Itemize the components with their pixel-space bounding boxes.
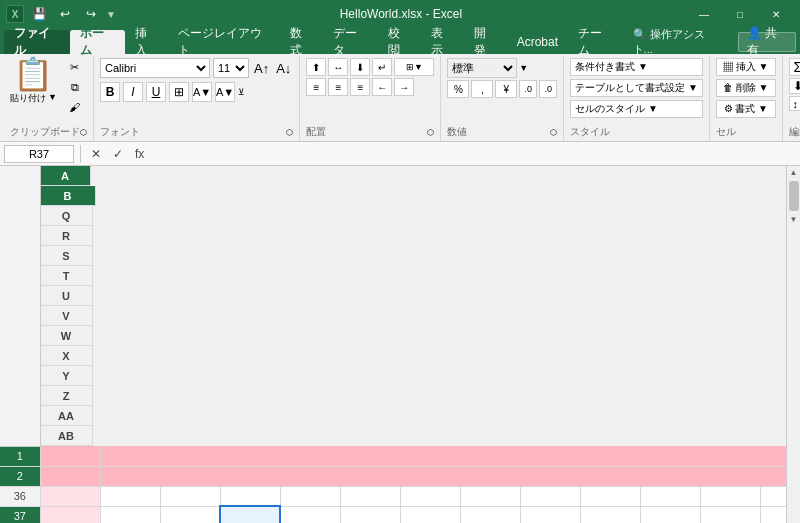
cell-Y36[interactable] — [640, 486, 700, 506]
sum-button[interactable]: Σ▼ — [789, 58, 801, 76]
cell-S37[interactable] — [280, 506, 340, 523]
number-format-select[interactable]: 標準 — [447, 58, 517, 78]
cell-W36[interactable] — [520, 486, 580, 506]
copy-button[interactable]: ⧉ — [63, 78, 87, 96]
tab-insert[interactable]: 挿入 — [125, 30, 168, 54]
decimal-dec-button[interactable]: .0 — [539, 80, 557, 98]
indent-inc-button[interactable]: → — [394, 78, 414, 96]
table-format-button[interactable]: テーブルとして書式設定 ▼ — [570, 79, 703, 97]
indent-dec-button[interactable]: ← — [372, 78, 392, 96]
cell-B36[interactable] — [100, 486, 160, 506]
cell-R36[interactable] — [220, 486, 280, 506]
maximize-button[interactable]: □ — [722, 0, 758, 28]
align-top-button[interactable]: ⬆ — [306, 58, 326, 76]
tab-team[interactable]: チーム — [568, 30, 623, 54]
cell-W37[interactable] — [520, 506, 580, 523]
scroll-up-button[interactable]: ▲ — [788, 166, 800, 179]
align-expand[interactable]: ⬡ — [427, 128, 434, 137]
cell-Q36[interactable] — [160, 486, 220, 506]
tab-view[interactable]: 表示 — [421, 30, 464, 54]
cell-A37[interactable] — [40, 506, 100, 523]
col-header-X[interactable]: X — [41, 346, 93, 366]
font-name-select[interactable]: Calibri — [100, 58, 210, 78]
cell-A1[interactable] — [40, 446, 100, 466]
fill-color-button[interactable]: A▼ — [192, 82, 212, 102]
confirm-button[interactable]: ✓ — [109, 147, 127, 161]
cut-button[interactable]: ✂ — [63, 58, 87, 76]
formula-input[interactable] — [152, 145, 796, 163]
undo-button[interactable]: ↩ — [54, 3, 76, 25]
merge-button[interactable]: ⊞▼ — [394, 58, 434, 76]
col-header-AB[interactable]: AB — [41, 426, 93, 446]
col-header-S[interactable]: S — [41, 246, 93, 266]
cell-X37[interactable] — [580, 506, 640, 523]
close-button[interactable]: ✕ — [758, 0, 794, 28]
font-color-button[interactable]: A▼ — [215, 82, 235, 102]
paste-dropdown[interactable]: ▼ — [48, 92, 57, 105]
share-button[interactable]: 👤 共有 — [738, 32, 796, 52]
cell-S36[interactable] — [280, 486, 340, 506]
cell-B1-merged[interactable] — [100, 446, 786, 466]
row-header-1[interactable]: 1 — [0, 446, 40, 466]
cell-Z37[interactable] — [700, 506, 760, 523]
scroll-down-button[interactable]: ▼ — [788, 213, 800, 226]
tab-file[interactable]: ファイル — [4, 30, 70, 54]
clipboard-expand[interactable]: ⬡ — [80, 128, 87, 137]
col-header-U[interactable]: U — [41, 286, 93, 306]
cell-Y37[interactable] — [640, 506, 700, 523]
tab-formulas[interactable]: 数式 — [280, 30, 323, 54]
decimal-inc-button[interactable]: .0 — [519, 80, 537, 98]
minimize-button[interactable]: — — [686, 0, 722, 28]
cell-Z36[interactable] — [700, 486, 760, 506]
cell-A2[interactable] — [40, 466, 100, 486]
col-header-T[interactable]: T — [41, 266, 93, 286]
align-right-button[interactable]: ≡ — [350, 78, 370, 96]
border-button[interactable]: ⊞ — [169, 82, 189, 102]
number-format-dropdown[interactable]: ▼ — [519, 63, 528, 73]
currency-button[interactable]: ¥ — [495, 80, 517, 98]
cell-B2-merged[interactable] — [100, 466, 786, 486]
cell-X36[interactable] — [580, 486, 640, 506]
cell-U37[interactable] — [400, 506, 460, 523]
cell-R37[interactable] — [220, 506, 280, 523]
cell-B37[interactable] — [100, 506, 160, 523]
row-header-37[interactable]: 37 — [0, 506, 40, 523]
row-header-36[interactable]: 36 — [0, 486, 40, 506]
cell-AA36[interactable] — [760, 486, 786, 506]
cell-T36[interactable] — [340, 486, 400, 506]
grid-scroll-area[interactable]: A B Q R S T U V W X Y Z AA AB — [0, 166, 786, 523]
tab-home[interactable]: ホーム — [70, 30, 125, 54]
col-header-Z[interactable]: Z — [41, 386, 93, 406]
col-header-Q[interactable]: Q — [41, 206, 93, 226]
col-header-Y[interactable]: Y — [41, 366, 93, 386]
search-assist[interactable]: 🔍 操作アシスト... — [623, 30, 730, 54]
cancel-button[interactable]: ✕ — [87, 147, 105, 161]
conditional-format-button[interactable]: 条件付き書式 ▼ — [570, 58, 703, 76]
underline-button[interactable]: U — [146, 82, 166, 102]
align-bottom-button[interactable]: ⬇ — [350, 58, 370, 76]
tab-review[interactable]: 校閲 — [378, 30, 421, 54]
quick-access-more[interactable]: ▼ — [106, 9, 116, 20]
vertical-scrollbar[interactable]: ▲ ▼ — [786, 166, 800, 523]
cell-AA37[interactable] — [760, 506, 786, 523]
font-size-select[interactable]: 11 — [213, 58, 249, 78]
align-center-button[interactable]: ≡ — [328, 78, 348, 96]
tab-data[interactable]: データ — [323, 30, 378, 54]
cell-A36[interactable] — [40, 486, 100, 506]
paste-button[interactable]: 📋 — [13, 58, 53, 90]
insert-cell-button[interactable]: ▦ 挿入 ▼ — [716, 58, 775, 76]
comma-button[interactable]: , — [471, 80, 493, 98]
name-box[interactable] — [4, 145, 74, 163]
cell-style-button[interactable]: セルのスタイル ▼ — [570, 100, 703, 118]
delete-cell-button[interactable]: 🗑 削除 ▼ — [716, 79, 775, 97]
col-header-B[interactable]: B — [41, 186, 96, 206]
col-header-R[interactable]: R — [41, 226, 93, 246]
sort-button[interactable]: ↕▼ — [789, 96, 801, 111]
font-expand[interactable]: ⬡ — [286, 128, 293, 137]
increase-font-button[interactable]: A↑ — [252, 61, 271, 76]
font-more[interactable]: ⊻ — [238, 87, 245, 97]
col-header-W[interactable]: W — [41, 326, 93, 346]
redo-button[interactable]: ↪ — [80, 3, 102, 25]
align-left-button[interactable]: ≡ — [306, 78, 326, 96]
format-cell-button[interactable]: ⚙ 書式 ▼ — [716, 100, 775, 118]
